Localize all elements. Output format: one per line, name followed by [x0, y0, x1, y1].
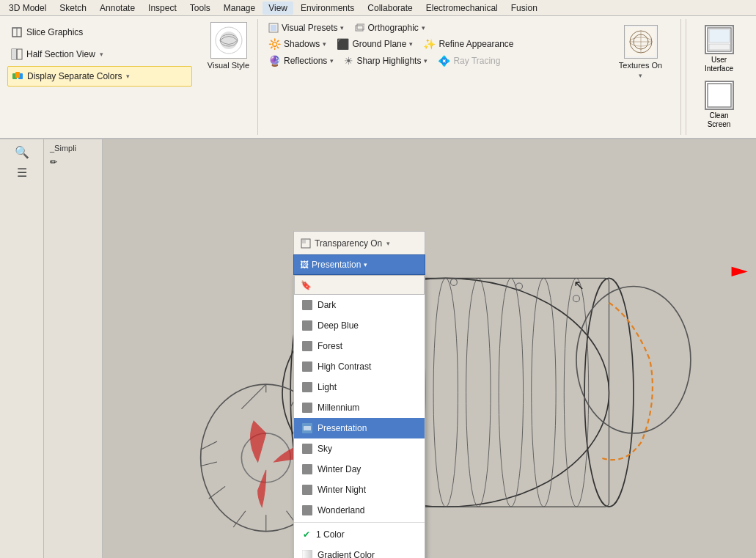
preset-light-label: Light	[318, 382, 337, 392]
menu-environments[interactable]: Environments	[295, 1, 360, 15]
svg-rect-62	[302, 320, 312, 331]
menu-3d-model[interactable]: 3D Model	[3, 1, 52, 15]
presentation-dropdown-button[interactable]: 🖼 Presentation ▾	[293, 254, 425, 275]
reflections-arrow: ▾	[330, 57, 334, 65]
ray-tracing-button[interactable]: 💠 Ray Tracing	[433, 53, 504, 69]
visual-presets-button[interactable]: Visual Presets ▾	[264, 21, 348, 35]
user-interface-button[interactable]: UserInterface	[694, 22, 745, 76]
preset-light-icon	[301, 381, 313, 393]
display-separate-colors-button[interactable]: Display Separate Colors ▾	[7, 66, 192, 87]
refine-appearance-label: Refine Appearance	[438, 39, 513, 49]
preset-light-item[interactable]: Light	[294, 377, 425, 397]
presentation-label: Presentation	[312, 260, 361, 270]
preset-wonderland-item[interactable]: Wonderland	[294, 500, 425, 521]
menu-tools[interactable]: Tools	[184, 1, 216, 15]
presentation-dropdown-arrow: ▾	[364, 261, 367, 268]
search-button[interactable]: 🔍	[4, 142, 40, 161]
left-panel: _Simpli ✏	[44, 139, 103, 558]
edit-button[interactable]: ✏	[47, 155, 99, 169]
menu-fusion[interactable]: Fusion	[505, 1, 543, 15]
preset-deep-blue-item[interactable]: Deep Blue	[294, 315, 425, 336]
preset-winter-night-item[interactable]: Winter Night	[294, 480, 425, 500]
menu-electromechanical[interactable]: Electromechanical	[420, 1, 504, 15]
svg-rect-22	[709, 29, 730, 43]
orthographic-button[interactable]: Orthographic ▾	[350, 21, 429, 35]
textures-on-label: Textures On	[619, 61, 662, 70]
svg-rect-7	[15, 72, 20, 78]
svg-rect-25	[103, 139, 756, 558]
menu-sketch[interactable]: Sketch	[54, 1, 92, 15]
svg-rect-23	[709, 44, 730, 50]
menu-view[interactable]: View	[263, 1, 293, 15]
preset-gradient-color-item[interactable]: Gradient Color	[294, 545, 425, 558]
preset-millennium-item[interactable]: Millennium	[294, 397, 425, 418]
ribbon-row-2: 🔆 Shadows ▾ ⬛ Ground Plane ▾ ✨ Refine Ap…	[264, 36, 595, 52]
ground-plane-icon: ⬛	[337, 38, 349, 50]
visual-style-button[interactable]	[210, 22, 247, 59]
preset-millennium-label: Millennium	[318, 403, 359, 413]
menu-collaborate[interactable]: Collaborate	[362, 1, 418, 15]
preset-presentation-icon	[301, 422, 313, 434]
orthographic-label: Orthographic	[367, 23, 418, 33]
clean-screen-button[interactable]: CleanScreen	[694, 78, 745, 132]
preset-dropdown-list: 🔖 Dark Deep Blue	[293, 275, 425, 558]
model-tree-item[interactable]: _Simpli	[47, 142, 99, 154]
ground-plane-button[interactable]: ⬛ Ground Plane ▾	[332, 36, 417, 52]
preset-forest-item[interactable]: Forest	[294, 336, 425, 356]
preset-gradient-color-icon	[301, 549, 313, 558]
half-section-view-button[interactable]: Half Section View ▾	[7, 44, 192, 65]
slice-graphics-label: Slice Graphics	[26, 27, 83, 37]
preset-sky-icon	[301, 443, 313, 455]
shadows-icon: 🔆	[268, 38, 281, 50]
divider-1	[294, 522, 425, 523]
ground-plane-label: Ground Plane	[352, 39, 406, 49]
menu-inspect[interactable]: Inspect	[142, 1, 183, 15]
preset-winter-day-item[interactable]: Winter Day	[294, 459, 425, 480]
clean-screen-icon	[705, 81, 734, 110]
refine-appearance-icon: ✨	[423, 38, 436, 50]
preset-dropdown-container: 🖼 Presentation ▾ 🔖 Dark	[293, 254, 425, 558]
shadows-label: Shadows	[284, 39, 320, 49]
slice-graphics-icon	[10, 26, 23, 39]
svg-rect-24	[708, 84, 731, 107]
menu-manage[interactable]: Manage	[218, 1, 261, 15]
preset-1-color-item[interactable]: ✔ 1 Color	[294, 524, 425, 545]
preset-winter-day-label: Winter Day	[318, 464, 361, 474]
orthographic-arrow: ▾	[422, 24, 425, 32]
textures-on-icon	[624, 25, 658, 59]
ground-plane-arrow: ▾	[409, 40, 413, 48]
preset-presentation-label: Presentation	[318, 423, 367, 433]
textures-on-button[interactable]: Textures On ▾	[608, 22, 674, 82]
engine-image	[103, 139, 756, 558]
hamburger-icon: ☰	[17, 166, 27, 180]
slice-graphics-button[interactable]: Slice Graphics	[7, 22, 192, 43]
sharp-highlights-button[interactable]: ☀ Sharp Highlights ▾	[340, 53, 432, 69]
ray-tracing-label: Ray Tracing	[453, 56, 500, 66]
shadows-button[interactable]: 🔆 Shadows ▾	[264, 36, 331, 52]
right-ribbon-section: UserInterface CleanScreen	[686, 19, 752, 135]
svg-rect-3	[12, 49, 17, 59]
preset-winter-night-icon	[301, 484, 313, 496]
middle-ribbon-section: Visual Presets ▾ Orthographic ▾ 🔆 Shadow…	[263, 19, 596, 135]
sharp-highlights-arrow: ▾	[424, 57, 427, 65]
preset-millennium-icon	[301, 402, 313, 414]
menu-toggle-button[interactable]: ☰	[4, 163, 40, 182]
sharp-highlights-icon: ☀	[344, 55, 353, 67]
preset-sky-item[interactable]: Sky	[294, 438, 425, 459]
preset-winter-night-label: Winter Night	[318, 485, 366, 495]
transparency-icon	[300, 238, 312, 249]
svg-rect-60	[301, 239, 306, 243]
preset-high-contrast-item[interactable]: High Contrast	[294, 356, 425, 377]
refine-appearance-button[interactable]: ✨ Refine Appearance	[419, 36, 518, 52]
menu-annotate[interactable]: Annotate	[94, 1, 141, 15]
svg-rect-73	[302, 550, 312, 558]
preset-presentation-item[interactable]: Presentation	[294, 418, 425, 438]
preset-dark-item[interactable]: Dark	[294, 295, 425, 315]
ribbon-row-3: 🔮 Reflections ▾ ☀ Sharp Highlights ▾ 💠 R…	[264, 53, 595, 69]
svg-rect-72	[302, 505, 312, 515]
visual-presets-label: Visual Presets	[282, 23, 337, 33]
half-section-view-label: Half Section View	[26, 49, 95, 59]
reflections-button[interactable]: 🔮 Reflections ▾	[264, 53, 338, 69]
ray-tracing-icon: 💠	[438, 55, 450, 67]
ribbon: Slice Graphics Half Section View ▾	[0, 16, 756, 139]
